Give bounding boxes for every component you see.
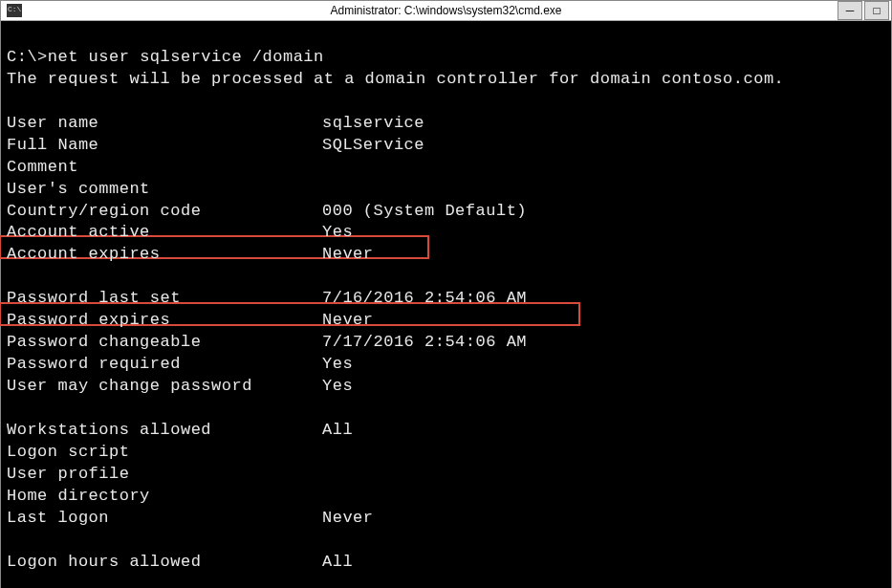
- home-dir-label: Home directory: [7, 486, 322, 508]
- pwd-expires-value: Never: [322, 311, 374, 329]
- prompt-prefix: C:\>: [7, 48, 48, 66]
- pwd-changeable-label: Password changeable: [7, 332, 322, 354]
- cmd-window: Administrator: C:\windows\system32\cmd.e…: [0, 0, 892, 588]
- full-name-value: SQLService: [322, 136, 424, 154]
- command-text: net user sqlservice /domain: [48, 48, 324, 66]
- pwd-last-set-value: 7/16/2016 2:54:06 AM: [322, 289, 527, 307]
- cmd-icon: [7, 4, 22, 17]
- pwd-required-value: Yes: [322, 355, 353, 373]
- pwd-expires-label: Password expires: [7, 310, 322, 332]
- pwd-changeable-value: 7/17/2016 2:54:06 AM: [322, 333, 527, 351]
- comment-label: Comment: [7, 157, 322, 179]
- users-comment-label: User's comment: [7, 179, 322, 201]
- account-expires-label: Account expires: [7, 244, 322, 266]
- logon-script-label: Logon script: [7, 442, 322, 464]
- account-active-value: Yes: [322, 223, 353, 241]
- account-expires-value: Never: [322, 245, 374, 263]
- pwd-required-label: Password required: [7, 354, 322, 376]
- workstations-value: All: [322, 421, 353, 439]
- minimize-button[interactable]: ─: [838, 1, 862, 20]
- user-name-label: User name: [7, 113, 322, 135]
- window-title: Administrator: C:\windows\system32\cmd.e…: [330, 4, 561, 17]
- user-may-change-label: User may change password: [7, 376, 322, 398]
- account-active-label: Account active: [7, 222, 322, 244]
- full-name-label: Full Name: [7, 135, 322, 157]
- logon-hours-value: All: [322, 553, 353, 571]
- pwd-last-set-label: Password last set: [7, 288, 322, 310]
- country-label: Country/region code: [7, 201, 322, 223]
- user-profile-label: User profile: [7, 464, 322, 486]
- last-logon-value: Never: [322, 509, 374, 527]
- titlebar[interactable]: Administrator: C:\windows\system32\cmd.e…: [1, 1, 891, 21]
- last-logon-label: Last logon: [7, 508, 322, 530]
- maximize-button[interactable]: □: [864, 1, 889, 20]
- logon-hours-label: Logon hours allowed: [7, 552, 322, 574]
- processing-message: The request will be processed at a domai…: [7, 69, 885, 91]
- user-may-change-value: Yes: [322, 377, 353, 395]
- workstations-label: Workstations allowed: [7, 420, 322, 442]
- country-value: 000 (System Default): [322, 202, 527, 220]
- user-name-value: sqlservice: [322, 114, 424, 132]
- terminal-output[interactable]: C:\>net user sqlservice /domainThe reque…: [1, 21, 891, 588]
